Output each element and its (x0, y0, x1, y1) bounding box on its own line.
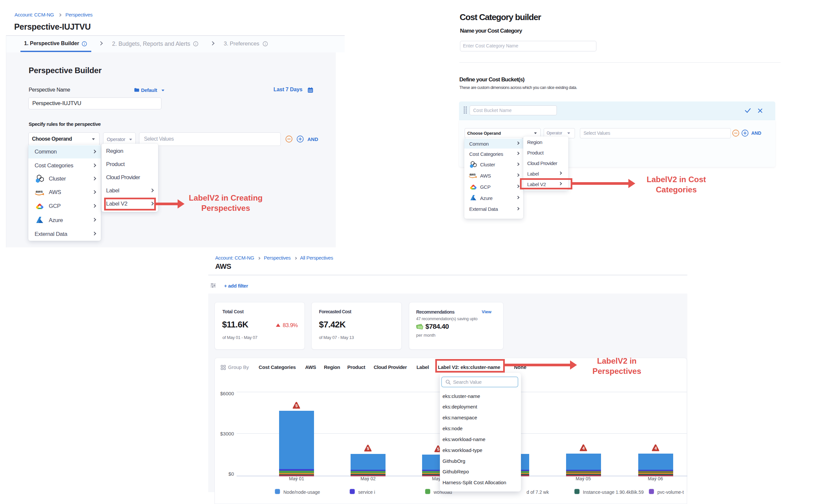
svg-text:5: 5 (367, 446, 369, 451)
svg-text:5: 5 (295, 404, 297, 408)
svg-text:i: i (265, 42, 265, 46)
svg-text:5: 5 (437, 447, 439, 452)
svg-text:4: 4 (582, 446, 584, 451)
svg-text:4: 4 (654, 446, 657, 451)
svg-text:aws: aws (469, 173, 476, 176)
svg-text:i: i (195, 42, 196, 46)
svg-text:i: i (84, 42, 85, 46)
svg-text:aws: aws (36, 189, 43, 194)
